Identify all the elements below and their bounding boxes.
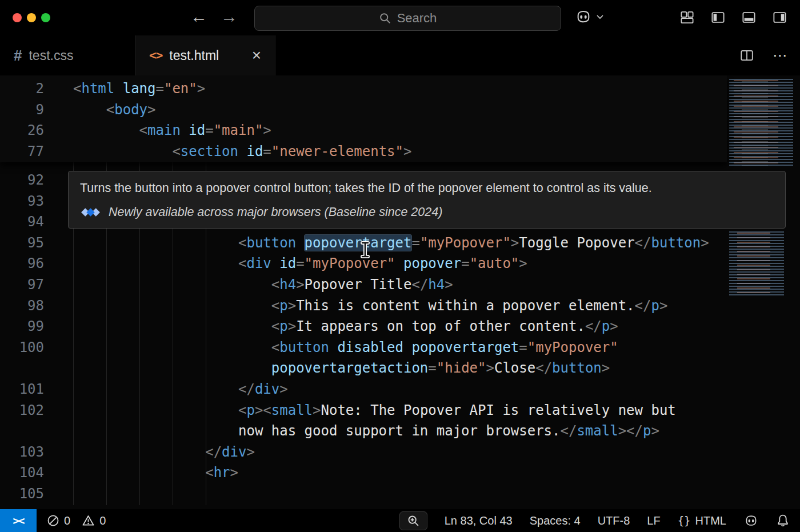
line-number[interactable]: 100 [0,337,44,358]
code-text: </div> [73,379,288,400]
code-row[interactable]: 101 </div> [0,379,800,400]
code-token: button [552,360,602,376]
code-token: < [238,402,246,418]
cursor-position[interactable]: Ln 83, Col 43 [445,514,513,527]
line-number[interactable]: 105 [0,483,44,505]
code-row[interactable]: 98 <p>This is content within a popover e… [0,295,800,317]
toggle-sidebar-right-icon[interactable] [772,10,787,25]
code-row[interactable]: 2<html lang="en"> [0,78,727,99]
code-text: <main id="main"> [73,120,271,141]
more-actions-icon[interactable]: ⋯ [773,47,789,65]
line-number[interactable]: 26 [0,120,44,141]
code-text: <button disabled popovertarget="myPopove… [73,337,618,358]
line-number[interactable]: 77 [0,141,44,162]
code-token [329,339,337,355]
code-token: > [486,360,494,376]
search-icon [379,12,391,25]
line-number[interactable]: 101 [0,379,44,400]
code-row[interactable]: 9 <body> [0,99,727,121]
code-row[interactable]: 97 <h4>Popover Title</h4> [0,274,800,295]
code-row[interactable]: 105 [0,483,800,505]
code-row[interactable]: 77 <section id="newer-elements"> [0,141,727,162]
code-token: > [701,235,709,251]
forward-arrow-icon[interactable]: → [221,6,238,27]
line-number[interactable]: 103 [0,442,44,463]
line-number[interactable]: 9 [0,99,44,121]
code-text: <section id="newer-elements"> [73,141,411,162]
sticky-scroll[interactable]: 2<html lang="en">9 <body>26 <main id="ma… [0,75,727,162]
editor-pane[interactable]: 92939495 <button popovertarget="myPopove… [0,75,800,509]
copilot-status-icon[interactable] [743,514,759,527]
line-number[interactable]: 94 [0,211,44,233]
code-token: > [659,298,667,314]
code-row[interactable]: 100 <button disabled popovertarget="myPo… [0,337,800,358]
code-token: id [246,143,263,159]
line-number[interactable]: 2 [0,78,44,99]
code-row[interactable]: 103 </div> [0,442,800,463]
code-token: = [519,339,527,355]
eol-status[interactable]: LF [647,514,660,527]
minimap-block [729,79,798,166]
code-text: </div> [73,442,255,463]
code-token: > [511,235,519,251]
line-number[interactable]: 96 [0,253,44,274]
copilot-menu-button[interactable] [574,9,605,25]
baseline-icon [80,206,101,218]
remote-indicator[interactable]: >< [0,509,37,532]
toggle-sidebar-left-icon[interactable] [710,10,726,25]
code-token: = [428,360,436,376]
code-token: = [461,255,469,271]
code-token: div [255,381,279,397]
code-token: div [222,444,246,460]
problems-warnings[interactable]: 0 [82,514,106,527]
code-row[interactable]: popovertargetaction="hide">Close</button… [0,358,800,379]
close-window-button[interactable] [13,13,22,22]
code-token: = [411,235,419,251]
minimize-window-button[interactable] [27,13,36,22]
code-row[interactable]: 99 <p>It appears on top of other content… [0,316,800,337]
code-row[interactable]: 95 <button popovertarget="myPopover">Tog… [0,233,800,254]
language-mode[interactable]: {} HTML [678,514,726,527]
line-number[interactable]: 102 [0,400,44,421]
tab-test-css[interactable]: # test.css [0,35,135,75]
search-input[interactable]: Search [254,6,561,31]
code-row[interactable]: 96 <div id="myPopover" popover="auto"> [0,253,800,274]
search-placeholder: Search [397,11,437,26]
line-number[interactable]: 97 [0,274,44,295]
tab-test-html[interactable]: <> test.html × [135,35,275,75]
code-token: > [197,81,205,97]
problems-errors[interactable]: 0 [47,514,70,527]
code-row[interactable]: 102 <p><small>Note: The Popover API is r… [0,400,800,421]
indentation-status[interactable]: Spaces: 4 [530,514,581,527]
close-tab-icon[interactable]: × [252,47,261,63]
line-number[interactable]: 92 [0,170,44,191]
encoding-status[interactable]: UTF-8 [598,514,630,527]
code-token: popovertarget [411,339,519,355]
code-text: <hr> [73,462,238,483]
code-row[interactable]: 104 <hr> [0,462,800,483]
maximize-window-button[interactable] [41,13,50,22]
chevron-down-icon [595,12,605,21]
code-row[interactable]: now has good support in major browsers.<… [0,421,800,442]
toggle-panel-icon[interactable] [741,10,757,25]
code-token: > [519,255,527,271]
minimap[interactable] [727,75,800,509]
line-number[interactable]: 93 [0,191,44,212]
bell-icon[interactable] [776,514,790,527]
vscode-window: { "icons": { "hash": "#", "code": "<>", … [0,0,800,532]
line-number[interactable]: 99 [0,316,44,337]
code-token: Note: The Popover API is relatively new … [321,402,676,418]
code-token: >< [255,402,271,418]
code-token: > [246,444,254,460]
zoom-status-button[interactable] [399,511,427,530]
line-number[interactable]: 98 [0,295,44,317]
split-editor-icon[interactable] [739,48,754,63]
line-number[interactable]: 95 [0,233,44,254]
code-token: lang [123,81,156,97]
code-token: > [610,318,618,334]
code-token: h4 [279,277,296,293]
customize-layout-icon[interactable] [679,10,695,25]
code-row[interactable]: 26 <main id="main"> [0,120,727,141]
back-arrow-icon[interactable]: ← [190,6,207,27]
line-number[interactable]: 104 [0,462,44,483]
